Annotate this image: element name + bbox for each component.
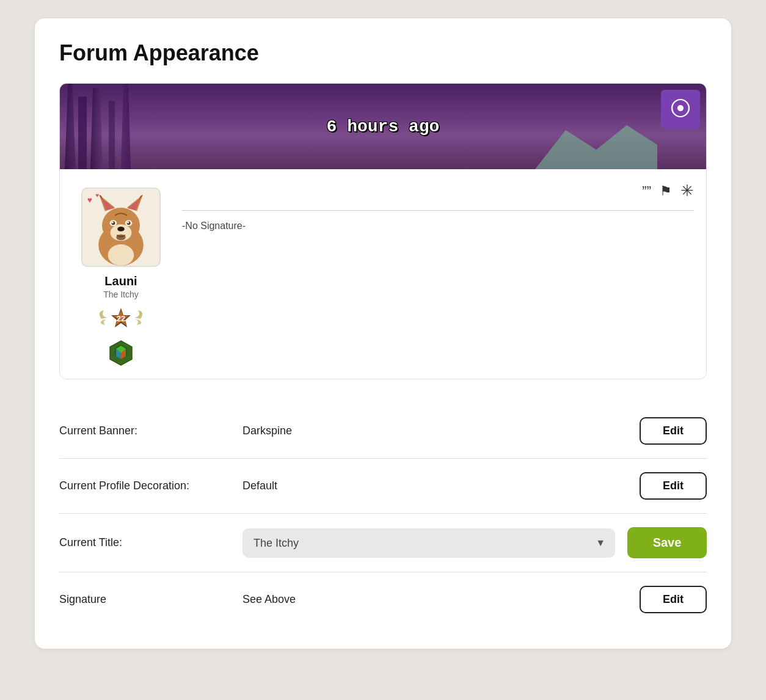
post-content-area: ”” ⚑ ✳ -No Signature-: [182, 181, 694, 366]
banner-value: Darkspine: [243, 425, 627, 437]
avatar-image: ♥ ♥: [82, 189, 159, 266]
signature-row: Signature See Above Edit: [59, 572, 707, 627]
level-badge-svg: 22: [97, 305, 145, 332]
username: Launi: [104, 274, 137, 288]
banner-area: 6 hours ago ⦿: [60, 84, 706, 169]
title-save-button[interactable]: Save: [627, 527, 707, 558]
svg-text:22: 22: [117, 314, 125, 323]
hex-badge-svg: [108, 340, 134, 366]
banner-timestamp: 6 hours ago: [327, 117, 440, 136]
banner-edit-button[interactable]: Edit: [640, 417, 707, 445]
svg-point-10: [127, 222, 129, 224]
svg-text:♥: ♥: [87, 195, 92, 205]
level-badge-wrapper: 22: [97, 305, 145, 332]
preview-card: 6 hours ago ⦿: [59, 83, 707, 379]
spiral-icon: ⦿: [669, 97, 691, 122]
burst-icon[interactable]: ✳: [680, 181, 694, 200]
post-actions: ”” ⚑ ✳: [182, 181, 694, 200]
hex-badge-wrapper: [108, 340, 134, 366]
title-row: Current Title: The Itchy Default ▼ Save: [59, 514, 707, 572]
page-title: Forum Appearance: [59, 40, 707, 66]
svg-text:♥: ♥: [95, 192, 99, 199]
title-label: Current Title:: [59, 536, 230, 549]
signature-edit-button[interactable]: Edit: [640, 586, 707, 613]
svg-point-17: [108, 244, 134, 266]
banner-badge-icon: ⦿: [661, 90, 700, 129]
title-select[interactable]: The Itchy Default: [243, 528, 615, 558]
svg-point-4: [117, 227, 125, 232]
banner-label: Current Banner:: [59, 425, 230, 437]
decoration-row: Current Profile Decoration: Default Edit: [59, 459, 707, 514]
forum-appearance-container: Forum Appearance 6 hours ago ⦿: [35, 18, 731, 649]
svg-point-18: [116, 235, 126, 241]
decoration-value: Default: [243, 479, 627, 492]
svg-point-9: [112, 222, 114, 224]
flag-icon[interactable]: ⚑: [660, 183, 672, 199]
post-user-info: ♥ ♥ Launi The Itchy: [72, 181, 170, 366]
signature-display: -No Signature-: [182, 221, 694, 232]
signature-value: See Above: [243, 593, 627, 606]
content-divider: [182, 210, 694, 211]
signature-label: Signature: [59, 593, 230, 606]
decoration-label: Current Profile Decoration:: [59, 479, 230, 492]
user-title-text: The Itchy: [103, 290, 139, 299]
quote-icon[interactable]: ””: [642, 183, 651, 199]
settings-section: Current Banner: Darkspine Edit Current P…: [59, 404, 707, 627]
title-select-wrapper: The Itchy Default ▼: [243, 528, 615, 558]
banner-mountains: [535, 120, 657, 169]
avatar-wrapper: ♥ ♥: [81, 188, 161, 267]
post-body: ♥ ♥ Launi The Itchy: [60, 169, 706, 379]
decoration-edit-button[interactable]: Edit: [640, 472, 707, 500]
banner-row: Current Banner: Darkspine Edit: [59, 404, 707, 459]
